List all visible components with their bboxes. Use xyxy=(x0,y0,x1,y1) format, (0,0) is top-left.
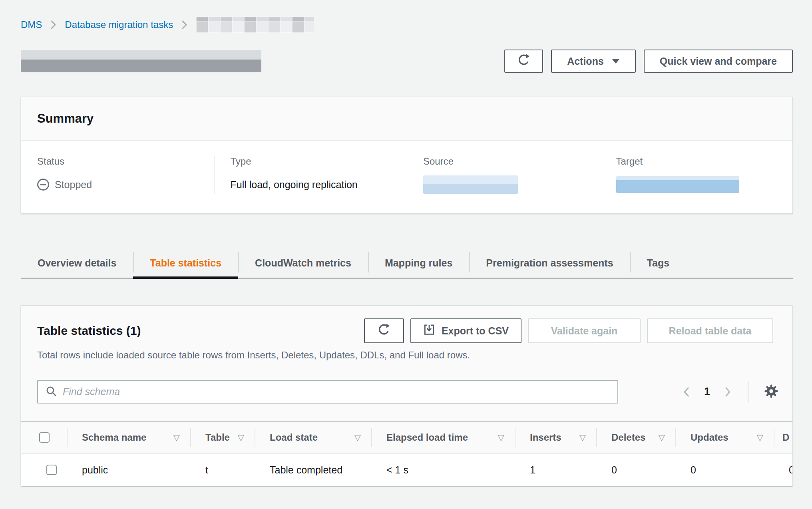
reload-table-data-button[interactable]: Reload table data xyxy=(647,318,773,343)
sort-icon[interactable]: ▽ xyxy=(238,433,244,442)
target-link-redacted[interactable] xyxy=(616,176,739,193)
sort-icon[interactable]: ▽ xyxy=(757,433,763,442)
previous-page-button[interactable] xyxy=(682,385,691,399)
table-statistics-buttons: Export to CSV Validate again Reload tabl… xyxy=(364,318,773,343)
row-checkbox[interactable] xyxy=(46,465,57,475)
export-to-csv-button[interactable]: Export to CSV xyxy=(410,318,521,343)
tab-table-statistics[interactable]: Table statistics xyxy=(133,248,238,278)
table-statistics-title: Table statistics (1) xyxy=(37,324,141,338)
sort-icon[interactable]: ▽ xyxy=(354,433,361,442)
page-header: Actions Quick view and compare xyxy=(21,50,793,73)
column-header-inserts[interactable]: Inserts ▽ xyxy=(515,422,597,453)
pagination-divider xyxy=(748,381,748,403)
select-all-cell xyxy=(21,422,68,453)
table-row: public t Table completed < 1 s 1 0 0 0 xyxy=(21,453,792,486)
task-name-redacted xyxy=(21,50,261,72)
cell-ddls-clipped: 0 xyxy=(774,464,793,476)
status-value: Stopped xyxy=(37,175,198,194)
actions-label: Actions xyxy=(567,56,604,67)
column-header-load-state[interactable]: Load state ▽ xyxy=(255,422,372,453)
summary-title: Summary xyxy=(21,97,792,141)
quick-view-compare-button[interactable]: Quick view and compare xyxy=(644,50,793,73)
tab-tags[interactable]: Tags xyxy=(630,248,687,278)
detail-tabs: Overview details Table statistics CloudW… xyxy=(21,248,793,279)
summary-type: Type Full load, ongoing replication xyxy=(214,156,407,194)
column-header-schema-name[interactable]: Schema name ▽ xyxy=(68,422,191,453)
status-label: Status xyxy=(37,156,198,167)
tab-mapping-rules[interactable]: Mapping rules xyxy=(368,248,469,278)
sort-icon[interactable]: ▽ xyxy=(659,433,665,442)
breadcrumb-current-redacted xyxy=(196,17,314,33)
tab-cloudwatch-metrics[interactable]: CloudWatch metrics xyxy=(238,248,368,278)
refresh-icon xyxy=(377,323,391,339)
sort-icon[interactable]: ▽ xyxy=(173,433,180,442)
stopped-status-icon xyxy=(37,179,49,191)
row-select-cell xyxy=(21,465,68,475)
summary-panel: Summary Status Stopped Type Full load, o… xyxy=(21,97,793,214)
header-buttons: Actions Quick view and compare xyxy=(504,50,793,73)
type-label: Type xyxy=(231,156,391,167)
filter-row: 1 xyxy=(21,361,792,404)
current-page-number[interactable]: 1 xyxy=(704,386,710,398)
tab-overview-details[interactable]: Overview details xyxy=(21,248,133,278)
export-download-icon xyxy=(423,324,435,338)
chevron-right-icon xyxy=(181,20,188,30)
cell-inserts: 1 xyxy=(515,464,597,476)
summary-status: Status Stopped xyxy=(21,156,214,194)
table-refresh-button[interactable] xyxy=(364,318,404,343)
refresh-button[interactable] xyxy=(504,50,543,73)
table-statistics-description: Total rows include loaded source table r… xyxy=(21,343,792,361)
column-header-updates[interactable]: Updates ▽ xyxy=(676,422,774,453)
breadcrumb-dms[interactable]: DMS xyxy=(21,19,42,30)
validate-again-button[interactable]: Validate again xyxy=(528,318,641,343)
actions-button[interactable]: Actions xyxy=(551,50,636,73)
column-header-elapsed-load-time[interactable]: Elapsed load time ▽ xyxy=(372,422,515,453)
column-header-deletes[interactable]: Deletes ▽ xyxy=(597,422,676,453)
source-link-redacted[interactable] xyxy=(423,175,518,194)
table-statistics-panel: Table statistics (1) xyxy=(21,305,793,486)
search-icon xyxy=(45,385,57,399)
column-header-ddls-clipped[interactable]: D xyxy=(774,422,792,453)
next-page-button[interactable] xyxy=(724,385,732,399)
type-value: Full load, ongoing replication xyxy=(231,175,391,194)
statistics-table: Schema name ▽ Table ▽ Load state ▽ Elaps… xyxy=(21,421,792,486)
page: DMS Database migration tasks Actions xyxy=(0,0,812,486)
select-all-checkbox[interactable] xyxy=(39,432,50,443)
cell-elapsed-load-time: < 1 s xyxy=(372,464,515,476)
column-header-table[interactable]: Table ▽ xyxy=(191,422,255,453)
cell-deletes: 0 xyxy=(597,464,676,476)
table-header-row: Schema name ▽ Table ▽ Load state ▽ Elaps… xyxy=(21,422,792,453)
pagination: 1 xyxy=(682,381,779,403)
breadcrumb-tasks[interactable]: Database migration tasks xyxy=(65,19,173,30)
tab-premigration-assessments[interactable]: Premigration assessments xyxy=(469,248,630,278)
schema-search xyxy=(37,380,618,404)
cell-updates: 0 xyxy=(676,464,774,476)
table-settings-button[interactable] xyxy=(764,384,779,400)
summary-source: Source xyxy=(407,156,600,194)
sort-icon[interactable]: ▽ xyxy=(579,433,586,442)
gear-icon xyxy=(764,384,779,400)
table-statistics-header: Table statistics (1) xyxy=(21,306,792,343)
chevron-right-icon xyxy=(50,20,57,30)
breadcrumb: DMS Database migration tasks xyxy=(21,0,793,33)
summary-target: Target xyxy=(600,156,793,194)
sort-icon[interactable]: ▽ xyxy=(498,433,504,442)
source-label: Source xyxy=(423,156,584,167)
chevron-down-icon xyxy=(612,59,620,64)
refresh-icon xyxy=(517,53,531,69)
cell-table: t xyxy=(191,464,255,476)
target-label: Target xyxy=(616,156,777,167)
search-input[interactable] xyxy=(63,386,610,398)
cell-load-state: Table completed xyxy=(255,464,372,476)
summary-body: Status Stopped Type Full load, ongoing r… xyxy=(21,141,792,213)
cell-schema-name: public xyxy=(68,464,191,476)
